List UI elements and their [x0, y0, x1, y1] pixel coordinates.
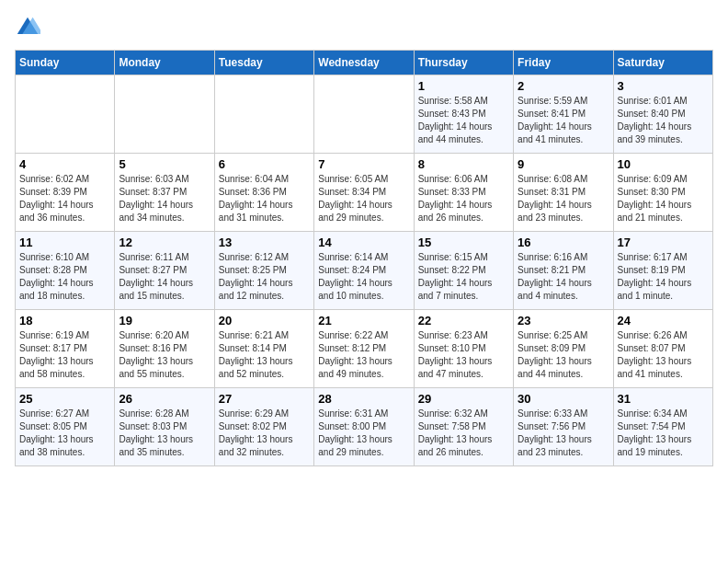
day-number: 18 — [19, 314, 110, 327]
day-info: Sunrise: 5:59 AM Sunset: 8:41 PM Dayligh… — [518, 95, 609, 146]
day-cell — [115, 75, 214, 154]
day-cell: 19Sunrise: 6:20 AM Sunset: 8:16 PM Dayli… — [115, 310, 214, 388]
day-cell: 4Sunrise: 6:02 AM Sunset: 8:39 PM Daylig… — [16, 154, 115, 232]
day-info: Sunrise: 6:28 AM Sunset: 8:03 PM Dayligh… — [119, 408, 210, 459]
day-number: 5 — [119, 157, 210, 171]
day-info: Sunrise: 6:33 AM Sunset: 7:56 PM Dayligh… — [518, 408, 609, 459]
day-cell: 23Sunrise: 6:25 AM Sunset: 8:09 PM Dayli… — [514, 310, 613, 388]
day-number: 9 — [518, 157, 609, 171]
day-cell: 5Sunrise: 6:03 AM Sunset: 8:37 PM Daylig… — [115, 154, 214, 232]
day-info: Sunrise: 6:01 AM Sunset: 8:40 PM Dayligh… — [618, 95, 709, 146]
day-cell — [16, 75, 115, 154]
day-info: Sunrise: 6:17 AM Sunset: 8:19 PM Dayligh… — [618, 251, 709, 303]
col-header-thursday: Thursday — [414, 51, 513, 75]
day-number: 17 — [618, 236, 709, 249]
day-cell: 8Sunrise: 6:06 AM Sunset: 8:33 PM Daylig… — [414, 154, 513, 232]
day-info: Sunrise: 6:32 AM Sunset: 7:58 PM Dayligh… — [418, 408, 509, 459]
day-cell: 21Sunrise: 6:22 AM Sunset: 8:12 PM Dayli… — [314, 310, 414, 388]
week-row-4: 25Sunrise: 6:27 AM Sunset: 8:05 PM Dayli… — [16, 388, 713, 466]
day-cell: 27Sunrise: 6:29 AM Sunset: 8:02 PM Dayli… — [214, 388, 313, 466]
day-number: 3 — [618, 79, 709, 93]
day-number: 19 — [119, 314, 210, 327]
day-info: Sunrise: 6:03 AM Sunset: 8:37 PM Dayligh… — [119, 173, 210, 224]
day-info: Sunrise: 6:15 AM Sunset: 8:22 PM Dayligh… — [418, 251, 509, 303]
day-cell: 24Sunrise: 6:26 AM Sunset: 8:07 PM Dayli… — [613, 310, 712, 388]
day-cell: 28Sunrise: 6:31 AM Sunset: 8:00 PM Dayli… — [314, 388, 414, 466]
day-number: 13 — [219, 236, 310, 249]
col-header-tuesday: Tuesday — [214, 51, 313, 75]
day-info: Sunrise: 6:23 AM Sunset: 8:10 PM Dayligh… — [418, 329, 509, 381]
col-header-saturday: Saturday — [613, 51, 712, 75]
day-cell: 29Sunrise: 6:32 AM Sunset: 7:58 PM Dayli… — [414, 388, 513, 466]
day-info: Sunrise: 6:12 AM Sunset: 8:25 PM Dayligh… — [219, 251, 310, 303]
day-number: 30 — [518, 392, 609, 406]
day-info: Sunrise: 6:10 AM Sunset: 8:28 PM Dayligh… — [19, 251, 110, 303]
day-number: 28 — [318, 392, 409, 406]
day-number: 11 — [19, 236, 110, 249]
day-number: 27 — [219, 392, 310, 406]
day-number: 24 — [618, 314, 709, 327]
day-info: Sunrise: 6:26 AM Sunset: 8:07 PM Dayligh… — [618, 329, 709, 381]
day-info: Sunrise: 6:02 AM Sunset: 8:39 PM Dayligh… — [19, 173, 110, 224]
day-cell: 13Sunrise: 6:12 AM Sunset: 8:25 PM Dayli… — [214, 232, 313, 310]
day-number: 1 — [418, 79, 509, 93]
day-cell: 6Sunrise: 6:04 AM Sunset: 8:36 PM Daylig… — [214, 154, 313, 232]
day-info: Sunrise: 6:09 AM Sunset: 8:30 PM Dayligh… — [618, 173, 709, 224]
day-cell: 11Sunrise: 6:10 AM Sunset: 8:28 PM Dayli… — [16, 232, 115, 310]
day-number: 15 — [418, 236, 509, 249]
day-info: Sunrise: 6:31 AM Sunset: 8:00 PM Dayligh… — [318, 408, 409, 459]
day-number: 22 — [418, 314, 509, 327]
day-cell: 7Sunrise: 6:05 AM Sunset: 8:34 PM Daylig… — [314, 154, 414, 232]
day-info: Sunrise: 6:19 AM Sunset: 8:17 PM Dayligh… — [19, 329, 110, 381]
day-cell: 9Sunrise: 6:08 AM Sunset: 8:31 PM Daylig… — [514, 154, 613, 232]
logo — [15, 15, 44, 40]
day-info: Sunrise: 6:08 AM Sunset: 8:31 PM Dayligh… — [518, 173, 609, 224]
day-cell: 15Sunrise: 6:15 AM Sunset: 8:22 PM Dayli… — [414, 232, 513, 310]
day-number: 31 — [618, 392, 709, 406]
day-number: 10 — [618, 157, 709, 171]
col-header-sunday: Sunday — [16, 51, 115, 75]
page-header — [15, 15, 713, 40]
week-row-0: 1Sunrise: 5:58 AM Sunset: 8:43 PM Daylig… — [16, 75, 713, 154]
day-number: 16 — [518, 236, 609, 249]
day-info: Sunrise: 6:14 AM Sunset: 8:24 PM Dayligh… — [318, 251, 409, 303]
day-number: 2 — [518, 79, 609, 93]
day-number: 23 — [518, 314, 609, 327]
day-cell: 1Sunrise: 5:58 AM Sunset: 8:43 PM Daylig… — [414, 75, 513, 154]
day-cell: 16Sunrise: 6:16 AM Sunset: 8:21 PM Dayli… — [514, 232, 613, 310]
day-number: 20 — [219, 314, 310, 327]
day-info: Sunrise: 6:21 AM Sunset: 8:14 PM Dayligh… — [219, 329, 310, 381]
day-info: Sunrise: 6:27 AM Sunset: 8:05 PM Dayligh… — [19, 408, 110, 459]
day-number: 21 — [318, 314, 409, 327]
day-number: 6 — [219, 157, 310, 171]
day-cell: 2Sunrise: 5:59 AM Sunset: 8:41 PM Daylig… — [514, 75, 613, 154]
day-number: 26 — [119, 392, 210, 406]
week-row-3: 18Sunrise: 6:19 AM Sunset: 8:17 PM Dayli… — [16, 310, 713, 388]
day-cell: 31Sunrise: 6:34 AM Sunset: 7:54 PM Dayli… — [613, 388, 712, 466]
week-row-1: 4Sunrise: 6:02 AM Sunset: 8:39 PM Daylig… — [16, 154, 713, 232]
day-cell: 30Sunrise: 6:33 AM Sunset: 7:56 PM Dayli… — [514, 388, 613, 466]
day-info: Sunrise: 6:34 AM Sunset: 7:54 PM Dayligh… — [618, 408, 709, 459]
day-cell: 20Sunrise: 6:21 AM Sunset: 8:14 PM Dayli… — [214, 310, 313, 388]
day-cell: 3Sunrise: 6:01 AM Sunset: 8:40 PM Daylig… — [613, 75, 712, 154]
logo-icon — [15, 15, 40, 40]
header-row: SundayMondayTuesdayWednesdayThursdayFrid… — [16, 51, 713, 75]
day-number: 12 — [119, 236, 210, 249]
day-cell — [314, 75, 414, 154]
day-cell: 14Sunrise: 6:14 AM Sunset: 8:24 PM Dayli… — [314, 232, 414, 310]
day-number: 8 — [418, 157, 509, 171]
day-cell: 18Sunrise: 6:19 AM Sunset: 8:17 PM Dayli… — [16, 310, 115, 388]
day-info: Sunrise: 6:29 AM Sunset: 8:02 PM Dayligh… — [219, 408, 310, 459]
col-header-wednesday: Wednesday — [314, 51, 414, 75]
day-info: Sunrise: 6:05 AM Sunset: 8:34 PM Dayligh… — [318, 173, 409, 224]
day-info: Sunrise: 5:58 AM Sunset: 8:43 PM Dayligh… — [418, 95, 509, 146]
day-cell: 26Sunrise: 6:28 AM Sunset: 8:03 PM Dayli… — [115, 388, 214, 466]
day-cell: 25Sunrise: 6:27 AM Sunset: 8:05 PM Dayli… — [16, 388, 115, 466]
day-cell: 10Sunrise: 6:09 AM Sunset: 8:30 PM Dayli… — [613, 154, 712, 232]
col-header-monday: Monday — [115, 51, 214, 75]
day-info: Sunrise: 6:06 AM Sunset: 8:33 PM Dayligh… — [418, 173, 509, 224]
week-row-2: 11Sunrise: 6:10 AM Sunset: 8:28 PM Dayli… — [16, 232, 713, 310]
day-info: Sunrise: 6:22 AM Sunset: 8:12 PM Dayligh… — [318, 329, 409, 381]
day-cell: 12Sunrise: 6:11 AM Sunset: 8:27 PM Dayli… — [115, 232, 214, 310]
day-number: 29 — [418, 392, 509, 406]
